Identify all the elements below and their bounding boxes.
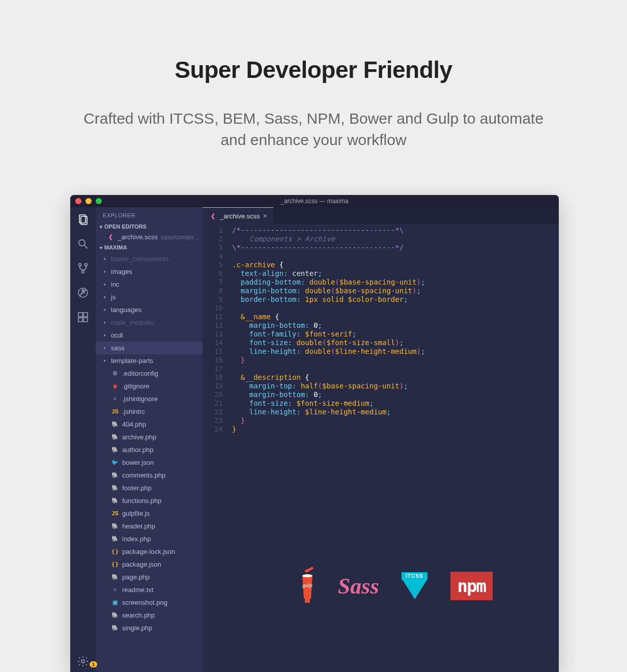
js-file-icon: JS: [111, 406, 119, 417]
svg-point-17: [302, 574, 312, 577]
file-label: page.php: [122, 572, 150, 582]
bower-file-icon: 🐦: [111, 457, 119, 468]
file-item[interactable]: { }package.json: [96, 558, 203, 571]
php-file-icon: 🐘: [111, 444, 119, 455]
folder-item[interactable]: images: [96, 265, 203, 278]
php-file-icon: 🐘: [111, 419, 119, 430]
settings-gear-icon[interactable]: 1: [77, 655, 89, 667]
code-line: margin-bottom: 0;: [232, 321, 559, 330]
code-line: [232, 252, 559, 261]
code-line: /*------------------------------------*\: [232, 226, 559, 235]
code-line: margin-top: half($base-spacing-unit);: [232, 382, 559, 390]
project-header[interactable]: MAXIMA: [96, 242, 203, 253]
file-item[interactable]: 🐘archive.php: [96, 431, 203, 443]
code-line: }: [232, 425, 559, 434]
code-line: [232, 365, 559, 373]
svg-rect-12: [78, 313, 82, 317]
sidebar: EXPLORER OPEN EDITORS ❮ _archive.scss sa…: [96, 207, 203, 672]
js-file-icon: JS: [111, 508, 119, 519]
file-label: bower.json: [122, 457, 154, 468]
php-file-icon: 🐘: [111, 483, 119, 493]
code-editor-window: _archive.scss — maxima 1: [70, 195, 559, 672]
file-label: .jshintrc: [122, 406, 145, 417]
svg-point-4: [79, 264, 81, 266]
file-item[interactable]: 🐘header.php: [96, 520, 203, 533]
file-item[interactable]: 🐘footer.php: [96, 482, 203, 494]
file-label: single.php: [122, 623, 152, 633]
file-label: index.php: [122, 534, 151, 544]
file-item[interactable]: ⚙.editorconfig: [96, 367, 203, 380]
code-line: line-height: double($line-height-medium)…: [232, 347, 559, 356]
file-item[interactable]: 🐦bower.json: [96, 456, 203, 469]
file-label: .jshintignore: [122, 394, 158, 404]
svg-point-5: [85, 264, 88, 266]
file-item[interactable]: 🐘404.php: [96, 418, 203, 431]
titlebar: _archive.scss — maxima: [70, 195, 559, 207]
search-icon[interactable]: [77, 238, 89, 250]
folder-item[interactable]: js: [96, 291, 203, 303]
extensions-icon[interactable]: [77, 311, 89, 323]
tab-archive-scss[interactable]: ❮ _archive.scss ×: [203, 207, 273, 224]
file-item[interactable]: ▣screenshot.png: [96, 596, 203, 609]
folder-item[interactable]: ocdi: [96, 329, 203, 342]
file-item[interactable]: ≡.jshintignore: [96, 393, 203, 405]
file-item[interactable]: JS.jshintrc: [96, 405, 203, 418]
folder-label: languages: [111, 304, 141, 315]
close-tab-icon[interactable]: ×: [263, 212, 267, 220]
file-label: 404.php: [122, 419, 146, 430]
open-editor-name: _archive.scss: [118, 233, 158, 241]
maximize-window-icon[interactable]: [96, 198, 102, 204]
folder-label: inc: [111, 279, 120, 290]
svg-point-2: [79, 240, 85, 246]
close-window-icon[interactable]: [75, 198, 81, 204]
hero-title: Super Developer Friendly: [0, 56, 627, 83]
file-item[interactable]: 🐘index.php: [96, 533, 203, 545]
folder-item[interactable]: sass: [96, 342, 203, 354]
code-line: [232, 304, 559, 313]
file-label: author.php: [122, 444, 153, 455]
file-item[interactable]: JSgulpfile.js: [96, 507, 203, 520]
source-control-icon[interactable]: [77, 262, 89, 274]
file-item[interactable]: 🐘single.php: [96, 622, 203, 634]
open-editor-path: sass/compo...: [161, 234, 198, 241]
file-label: screenshot.png: [122, 597, 167, 608]
explorer-icon[interactable]: [77, 213, 89, 226]
debug-icon[interactable]: [77, 287, 89, 299]
file-item[interactable]: ◈.gitignore: [96, 380, 203, 393]
window-controls: [70, 198, 102, 204]
svg-text:gulp: gulp: [302, 582, 312, 588]
svg-point-16: [81, 660, 84, 663]
folder-label: sass: [111, 343, 125, 353]
file-item[interactable]: 🐘comments.php: [96, 469, 203, 482]
hero-subtitle: Crafted with ITCSS, BEM, Sass, NPM, Bowe…: [0, 108, 627, 151]
file-item[interactable]: 🐘author.php: [96, 443, 203, 456]
folder-item[interactable]: bower_components: [96, 253, 203, 265]
folder-item[interactable]: template-parts: [96, 354, 203, 367]
code-line: font-size: $font-size-medium;: [232, 399, 559, 408]
file-label: functions.php: [122, 495, 161, 506]
sidebar-title: EXPLORER: [96, 207, 203, 221]
folder-item[interactable]: languages: [96, 303, 203, 316]
svg-point-6: [82, 271, 84, 273]
file-item[interactable]: { }package-lock.json: [96, 545, 203, 558]
file-label: comments.php: [122, 470, 165, 481]
file-label: .editorconfig: [122, 368, 158, 379]
git-file-icon: ◈: [111, 381, 119, 391]
file-item[interactable]: 🐘functions.php: [96, 494, 203, 507]
sass-logo-icon: Sass: [338, 573, 379, 599]
folder-item[interactable]: inc: [96, 278, 203, 291]
minimize-window-icon[interactable]: [86, 198, 92, 204]
open-editors-header[interactable]: OPEN EDITORS: [96, 221, 203, 232]
file-item[interactable]: 🐘search.php: [96, 609, 203, 622]
gulp-logo-icon: gulp: [297, 566, 318, 606]
lines-file-icon: ≡: [111, 394, 119, 404]
gear-file-icon: ⚙: [111, 368, 119, 379]
svg-line-11: [84, 293, 85, 294]
php-file-icon: 🐘: [111, 521, 119, 531]
file-item[interactable]: ≡readme.txt: [96, 583, 203, 596]
folder-item[interactable]: node_modules: [96, 316, 203, 329]
open-editor-item[interactable]: ❮ _archive.scss sass/compo...: [96, 232, 203, 242]
txt-file-icon: ≡: [111, 584, 119, 595]
file-label: header.php: [122, 521, 155, 531]
file-item[interactable]: 🐘page.php: [96, 571, 203, 583]
